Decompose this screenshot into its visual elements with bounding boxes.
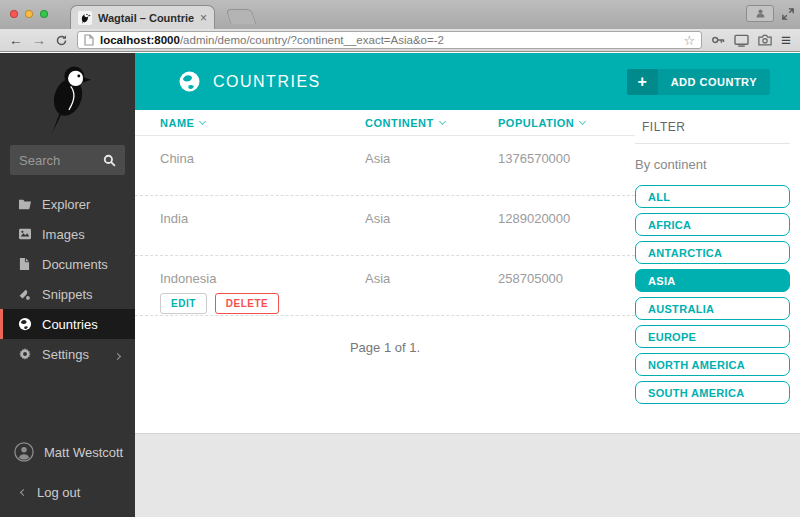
column-label: POPULATION [498, 117, 574, 129]
column-header-population[interactable]: POPULATION [498, 117, 635, 129]
plus-icon: + [627, 69, 658, 95]
filter-option-antarctica[interactable]: ANTARCTICA [635, 241, 790, 264]
pagination-text: Page 1 of 1. [135, 316, 635, 355]
add-country-button[interactable]: + ADD COUNTRY [627, 69, 770, 95]
sidebar-item-images[interactable]: Images [0, 219, 135, 249]
main-area: COUNTRIES + ADD COUNTRY NAME CONTINE [135, 53, 800, 517]
content-footer-area [135, 433, 800, 517]
table-row-china[interactable]: China Asia 1376570000 [135, 136, 635, 196]
cell-continent: Asia [365, 271, 498, 286]
cast-extension-icon[interactable] [734, 34, 749, 47]
filter-option-asia[interactable]: ASIA [635, 269, 790, 292]
table-row-india[interactable]: India Asia 1289020000 [135, 196, 635, 256]
forward-button[interactable]: → [32, 33, 46, 47]
chrome-menu-icon[interactable]: ≡ [781, 32, 791, 49]
sidebar-item-label: Countries [42, 317, 98, 332]
sidebar-item-label: Snippets [42, 287, 93, 302]
cell-name[interactable]: China [160, 151, 365, 166]
window-minimize-button[interactable] [25, 10, 33, 18]
fullscreen-expand-icon[interactable] [782, 8, 794, 20]
url-text: localhost:8000/admin/demo/country/?conti… [100, 34, 444, 46]
tab-close-icon[interactable]: × [200, 11, 207, 25]
column-header-continent[interactable]: CONTINENT [365, 117, 498, 129]
browser-toolbar: ← → localhost:8000/admin/demo/country/?c… [0, 29, 800, 52]
sidebar-item-settings[interactable]: Settings [0, 339, 135, 369]
cell-name[interactable]: India [160, 211, 365, 226]
sidebar-item-label: Settings [42, 347, 89, 362]
country-listing: NAME CONTINENT POPULATION C [135, 110, 635, 433]
cell-continent: Asia [365, 151, 498, 166]
column-header-name[interactable]: NAME [160, 117, 365, 129]
logout-button[interactable]: Log out [0, 477, 135, 507]
window-close-button[interactable] [10, 10, 18, 18]
globe-icon [17, 317, 32, 331]
url-host: localhost:8000 [100, 34, 180, 46]
snippet-icon [17, 288, 32, 301]
sidebar-item-documents[interactable]: Documents [0, 249, 135, 279]
person-icon [755, 8, 766, 19]
sort-chevron-icon [579, 118, 586, 125]
filter-option-europe[interactable]: EUROPE [635, 325, 790, 348]
column-label: CONTINENT [365, 117, 434, 129]
cell-population: 1376570000 [498, 151, 635, 166]
page-icon [84, 34, 94, 46]
camera-extension-icon[interactable] [758, 34, 772, 46]
filter-panel: FILTER By continent ALL AFRICA ANTARCTIC… [635, 110, 790, 433]
browser-window: Wagtail – Countries × ← → localhost:800 [0, 0, 800, 517]
document-icon [17, 257, 32, 271]
sidebar-search[interactable] [10, 145, 125, 175]
key-extension-icon[interactable] [711, 33, 725, 47]
row-actions: EDIT DELETE [160, 293, 279, 314]
avatar-icon [14, 442, 34, 462]
filter-title: FILTER [635, 110, 790, 144]
account-menu[interactable]: Matt Westcott [0, 435, 135, 469]
table-header: NAME CONTINENT POPULATION [135, 110, 635, 136]
user-name: Matt Westcott [44, 445, 123, 460]
folder-icon [17, 198, 32, 210]
chrome-profile-button[interactable] [746, 5, 774, 22]
cell-population: 1289020000 [498, 211, 635, 226]
cell-continent: Asia [365, 211, 498, 226]
filter-option-africa[interactable]: AFRICA [635, 213, 790, 236]
bookmark-star-icon[interactable]: ☆ [683, 34, 695, 47]
image-icon [17, 228, 32, 240]
cell-population: 258705000 [498, 271, 635, 286]
wagtail-logo [0, 53, 135, 139]
filter-group-label: By continent [635, 157, 790, 172]
sidebar-item-snippets[interactable]: Snippets [0, 279, 135, 309]
sidebar-item-label: Documents [42, 257, 108, 272]
browser-tab[interactable]: Wagtail – Countries × [70, 5, 215, 29]
add-country-label: ADD COUNTRY [658, 69, 770, 95]
filter-option-australia[interactable]: AUSTRALIA [635, 297, 790, 320]
new-tab-button[interactable] [226, 9, 257, 24]
filter-option-all[interactable]: ALL [635, 185, 790, 208]
delete-button[interactable]: DELETE [215, 293, 279, 314]
logout-label: Log out [37, 485, 80, 500]
sidebar-item-label: Images [42, 227, 85, 242]
browser-tabstrip: Wagtail – Countries × [0, 0, 800, 29]
reload-button[interactable] [55, 34, 68, 47]
globe-header-icon [179, 71, 200, 92]
back-button[interactable]: ← [9, 33, 23, 47]
filter-option-north-america[interactable]: NORTH AMERICA [635, 353, 790, 376]
sidebar-item-countries[interactable]: Countries [0, 309, 135, 339]
chevron-left-icon [20, 488, 27, 495]
column-label: NAME [160, 117, 194, 129]
sidebar-item-explorer[interactable]: Explorer [0, 189, 135, 219]
url-path: /admin/demo/country/?continent__exact=As… [180, 34, 444, 46]
sidebar-footer: Matt Westcott Log out [0, 435, 135, 517]
filter-option-south-america[interactable]: SOUTH AMERICA [635, 381, 790, 404]
chevron-right-icon [115, 347, 120, 362]
url-bar[interactable]: localhost:8000/admin/demo/country/?conti… [77, 31, 702, 49]
cell-name[interactable]: Indonesia [160, 271, 365, 286]
search-input[interactable] [19, 153, 97, 168]
search-icon[interactable] [103, 154, 116, 167]
sidebar-nav: Explorer Images Documents [0, 189, 135, 369]
table-row-indonesia[interactable]: Indonesia Asia 258705000 EDIT DELETE [135, 256, 635, 316]
sort-chevron-icon [199, 118, 206, 125]
sidebar: Explorer Images Documents [0, 53, 135, 517]
edit-button[interactable]: EDIT [160, 293, 207, 314]
sort-chevron-icon [439, 118, 446, 125]
window-zoom-button[interactable] [40, 10, 48, 18]
window-controls [10, 10, 48, 18]
